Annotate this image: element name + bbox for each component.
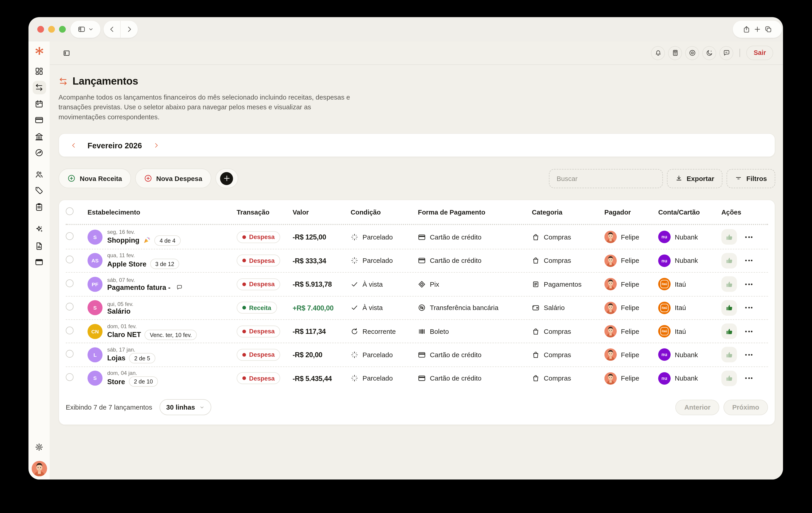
more-actions-button[interactable] bbox=[744, 351, 754, 358]
app-sidebar-toggle[interactable] bbox=[63, 49, 70, 57]
back-button[interactable] bbox=[104, 21, 120, 38]
more-actions-button[interactable] bbox=[744, 233, 754, 241]
payer-name: Felipe bbox=[621, 374, 639, 382]
rows-per-page-select[interactable]: 30 linhas bbox=[160, 399, 211, 415]
confirm-transaction-button[interactable] bbox=[721, 253, 737, 269]
sidebar-item-panel-card[interactable] bbox=[32, 255, 46, 269]
toolbar: Nova Receita Nova Despesa bbox=[58, 169, 775, 188]
next-month-button[interactable] bbox=[149, 139, 163, 152]
more-actions-button[interactable] bbox=[744, 374, 754, 382]
sidebar-item-chart-circle[interactable] bbox=[32, 146, 46, 159]
sidebar-item-file-chart[interactable] bbox=[32, 239, 46, 252]
user-avatar[interactable] bbox=[31, 461, 47, 477]
chat-button[interactable] bbox=[720, 46, 734, 60]
tab-overview-button[interactable] bbox=[764, 25, 772, 33]
moon-button[interactable] bbox=[702, 46, 716, 60]
payer-name: Felipe bbox=[621, 280, 639, 288]
sidebar-item-calendar[interactable] bbox=[32, 97, 46, 110]
select-all-checkbox[interactable] bbox=[66, 208, 74, 215]
row-checkbox[interactable] bbox=[66, 350, 74, 358]
sidebar-item-settings[interactable] bbox=[32, 440, 46, 454]
sidebar-item-transfers[interactable] bbox=[32, 81, 46, 94]
category-label: Compras bbox=[544, 257, 571, 265]
filters-button[interactable]: Filtros bbox=[727, 169, 775, 188]
row-checkbox[interactable] bbox=[66, 232, 74, 240]
comment-icon[interactable] bbox=[176, 284, 183, 291]
sidebar-item-dashboard[interactable] bbox=[32, 64, 46, 78]
sidebar-item-credit-card[interactable] bbox=[32, 113, 46, 127]
payer-name: Felipe bbox=[621, 233, 639, 241]
table-row[interactable]: S seg, 16 fev. Shopping 4 de 4 Despesa -… bbox=[66, 225, 768, 249]
status-dot bbox=[242, 353, 246, 357]
confirm-transaction-button[interactable] bbox=[721, 300, 737, 316]
browser-sidebar-toggle[interactable] bbox=[70, 21, 100, 38]
divider bbox=[740, 49, 740, 57]
table-row[interactable]: S dom, 04 jan. Store 2 de 10 Despesa -R$… bbox=[66, 366, 768, 390]
sidebar-item-bank[interactable] bbox=[32, 130, 46, 143]
merchant-name: Shopping bbox=[107, 236, 139, 244]
barcode-icon bbox=[418, 327, 426, 335]
loader-icon bbox=[350, 257, 358, 265]
more-actions-button[interactable] bbox=[744, 304, 754, 312]
new-tab-button[interactable] bbox=[754, 25, 761, 33]
new-expense-button[interactable]: Nova Despesa bbox=[135, 169, 211, 188]
row-checkbox[interactable] bbox=[66, 303, 74, 310]
confirm-transaction-button[interactable] bbox=[721, 276, 737, 292]
transaction-type-badge: Despesa bbox=[237, 231, 281, 243]
table-row[interactable]: AS qua, 11 fev. Apple Store 3 de 12 Desp… bbox=[66, 249, 768, 272]
table-row[interactable]: S qui, 05 fev. Salário Receita +R$ 7.400… bbox=[66, 296, 768, 319]
browser-nav bbox=[104, 21, 138, 38]
more-actions-button[interactable] bbox=[744, 280, 754, 288]
minimize-button[interactable] bbox=[48, 26, 55, 33]
search-input[interactable] bbox=[549, 169, 663, 188]
table-row[interactable]: L sáb, 17 jan. Lojas 2 de 5 Despesa -R$ … bbox=[66, 343, 768, 367]
loader-icon bbox=[350, 351, 358, 358]
share-button[interactable] bbox=[743, 25, 750, 33]
sidebar-item-sparkles[interactable] bbox=[32, 223, 46, 236]
new-income-button[interactable]: Nova Receita bbox=[58, 169, 131, 188]
add-button[interactable] bbox=[215, 169, 238, 188]
app-logo[interactable] bbox=[33, 46, 45, 58]
table-row[interactable]: CN dom, 01 fev. Claro NET Venc. ter, 10 … bbox=[66, 319, 768, 343]
sidebar-item-tag[interactable] bbox=[32, 184, 46, 197]
category-label: Compras bbox=[544, 327, 571, 335]
window-controls[interactable] bbox=[37, 26, 66, 33]
more-actions-button[interactable] bbox=[744, 257, 754, 265]
export-label: Exportar bbox=[687, 174, 714, 182]
confirm-transaction-button[interactable] bbox=[721, 371, 737, 386]
logout-button[interactable]: Sair bbox=[747, 46, 773, 60]
previous-page-button[interactable]: Anterior bbox=[676, 399, 719, 415]
page-title: Lançamentos bbox=[72, 75, 138, 87]
table-row[interactable]: PF sáb, 07 fev. Pagamento fatura - Nuban… bbox=[66, 272, 768, 296]
payment-method-label: Pix bbox=[430, 280, 439, 288]
forward-button[interactable] bbox=[121, 21, 138, 38]
close-button[interactable] bbox=[37, 26, 44, 33]
sidebar-item-clipboard[interactable] bbox=[32, 200, 46, 213]
confirm-transaction-button[interactable] bbox=[721, 323, 737, 339]
calculator-button[interactable] bbox=[668, 46, 682, 60]
export-button[interactable]: Exportar bbox=[667, 169, 723, 188]
row-checkbox[interactable] bbox=[66, 374, 74, 381]
row-checkbox[interactable] bbox=[66, 326, 74, 334]
zoom-button[interactable] bbox=[59, 26, 66, 33]
pix-icon bbox=[418, 280, 426, 288]
column-header: Conta/Cartão bbox=[658, 208, 721, 216]
status-dot bbox=[242, 376, 246, 380]
sidebar-item-users[interactable] bbox=[32, 167, 46, 181]
shopping-bag-icon bbox=[532, 233, 540, 241]
payer-name: Felipe bbox=[621, 304, 639, 312]
confirm-transaction-button[interactable] bbox=[721, 229, 737, 245]
circle-plus-icon bbox=[144, 174, 152, 183]
previous-month-button[interactable] bbox=[67, 139, 80, 152]
payer-name: Felipe bbox=[621, 257, 639, 265]
eye-button[interactable] bbox=[685, 46, 699, 60]
account-name: Itaú bbox=[675, 327, 686, 335]
more-actions-button[interactable] bbox=[744, 327, 754, 335]
confirm-transaction-button[interactable] bbox=[721, 347, 737, 362]
row-checkbox[interactable] bbox=[66, 279, 74, 287]
bell-button[interactable] bbox=[651, 46, 665, 60]
row-checkbox[interactable] bbox=[66, 256, 74, 264]
installment-badge: 2 de 5 bbox=[129, 353, 155, 363]
next-page-button[interactable]: Próximo bbox=[723, 399, 768, 415]
merchant-avatar: L bbox=[87, 347, 103, 362]
